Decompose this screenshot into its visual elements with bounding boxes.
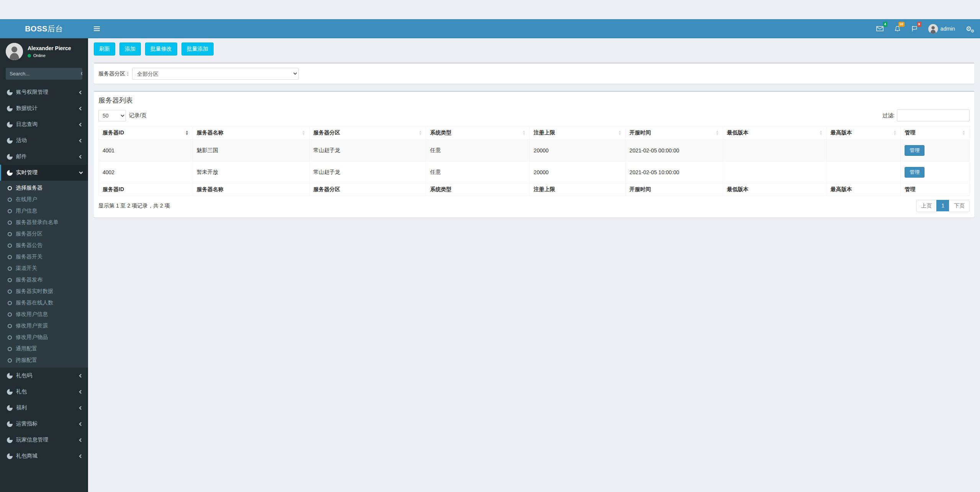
filter-input[interactable] bbox=[897, 110, 970, 121]
pie-chart-icon bbox=[7, 405, 13, 411]
sidebar-item-player-info-management: 玩家信息管理 bbox=[0, 432, 88, 448]
server-list-box-header: 服务器列表 bbox=[94, 92, 974, 106]
settings-menu[interactable]: ⚙⚙ bbox=[960, 19, 977, 38]
search-input[interactable] bbox=[6, 68, 81, 80]
submenu-link-server-realtime-data[interactable]: 服务器实时数据 bbox=[0, 286, 88, 297]
cell-register-limit: 20000 bbox=[530, 162, 626, 183]
logo[interactable]: BOSS后台 bbox=[0, 19, 88, 38]
submenu-link-server-switch[interactable]: 服务器开关 bbox=[0, 251, 88, 263]
messages-menu[interactable]: 4 bbox=[871, 19, 889, 38]
sort-down-glyph: ▼ bbox=[962, 133, 965, 136]
refresh-button[interactable]: 刷新 bbox=[94, 42, 115, 56]
submenu-link-general-config[interactable]: 通用配置 bbox=[0, 343, 88, 355]
sidebar-link-player-info-management[interactable]: 玩家信息管理 bbox=[0, 432, 88, 448]
notifications-menu[interactable]: 10 bbox=[889, 19, 906, 38]
sidebar-link-mail[interactable]: 邮件 bbox=[0, 149, 88, 165]
batch-edit-button[interactable]: 批量修改 bbox=[145, 42, 177, 56]
table-bottom: 显示第 1 至 2 项记录，共 2 项 上页 1 下页 bbox=[98, 200, 970, 212]
col-header-partition[interactable]: 服务器分区▲▼ bbox=[309, 126, 426, 140]
sidebar-link-gift[interactable]: 礼包 bbox=[0, 384, 88, 400]
search-icon bbox=[81, 71, 82, 77]
submenu-item-server-publish: 服务器发布 bbox=[0, 274, 88, 286]
pagination-prev-link[interactable]: 上页 bbox=[916, 200, 937, 212]
user-status-link[interactable]: Online bbox=[28, 53, 71, 58]
cell-max-version bbox=[826, 162, 900, 183]
batch-add-button[interactable]: 批量添加 bbox=[181, 42, 214, 56]
sidebar-item-activity: 活动 bbox=[0, 132, 88, 149]
submenu-link-modify-user-resource[interactable]: 修改用户资源 bbox=[0, 320, 88, 332]
sidebar-item-label: 活动 bbox=[16, 137, 27, 144]
submenu-link-server-partition[interactable]: 服务器分区 bbox=[0, 228, 88, 240]
pagination-next-link[interactable]: 下页 bbox=[949, 200, 970, 212]
manage-button[interactable]: 管理 bbox=[905, 145, 924, 156]
submenu-link-server-notice[interactable]: 服务器公告 bbox=[0, 240, 88, 251]
pie-chart-icon bbox=[7, 122, 13, 127]
col-label: 管理 bbox=[905, 129, 915, 136]
pie-chart-icon bbox=[7, 437, 13, 443]
page-length-select[interactable]: 50 bbox=[98, 110, 126, 121]
add-button[interactable]: 添加 bbox=[119, 42, 141, 56]
pie-chart-icon bbox=[7, 373, 13, 379]
content-wrapper: 服务器选择服务器 Home > server 刷新 添加 批量修改 批量添加 服… bbox=[88, 19, 980, 475]
submenu-link-select-server[interactable]: 选择服务器 bbox=[0, 182, 88, 194]
submenu-link-server-online-count[interactable]: 服务器在线人数 bbox=[0, 297, 88, 309]
chevron-left-icon bbox=[79, 155, 83, 159]
col-header-register-limit[interactable]: 注册上限▲▼ bbox=[530, 126, 626, 140]
sidebar-toggle-button[interactable] bbox=[88, 19, 106, 38]
sidebar-link-data-stats[interactable]: 数据统计 bbox=[0, 100, 88, 116]
submenu-link-modify-user-item[interactable]: 修改用户物品 bbox=[0, 332, 88, 343]
submenu-link-server-publish[interactable]: 服务器发布 bbox=[0, 274, 88, 286]
submenu-label: 修改用户资源 bbox=[16, 322, 48, 329]
sidebar-item-account-permission: 账号权限管理 bbox=[0, 84, 88, 100]
submenu-link-channel-switch[interactable]: 渠道开关 bbox=[0, 263, 88, 274]
submenu-item-server-login-whitelist: 服务器登录白名单 bbox=[0, 217, 88, 228]
circle-icon bbox=[8, 266, 12, 271]
sidebar-link-ops-metrics[interactable]: 运营指标 bbox=[0, 416, 88, 432]
user-menu[interactable]: admin bbox=[923, 19, 960, 38]
circle-icon bbox=[8, 278, 12, 282]
col-header-server-id[interactable]: 服务器ID▲▼ bbox=[99, 126, 193, 140]
col-header-open-time[interactable]: 开服时间▲▼ bbox=[626, 126, 723, 140]
submenu-link-cross-server-config[interactable]: 跨服配置 bbox=[0, 355, 88, 366]
sidebar-link-welfare[interactable]: 福利 bbox=[0, 400, 88, 416]
cell-min-version bbox=[723, 162, 827, 183]
pagination-page-1-link[interactable]: 1 bbox=[936, 200, 949, 211]
sidebar-menu: 账号权限管理 数据统计 日志查询 活动 邮件 实时管理 选择服务器 在线用户 用… bbox=[0, 84, 88, 464]
search-button[interactable] bbox=[81, 68, 82, 80]
circle-icon bbox=[8, 301, 12, 305]
col-header-system-type[interactable]: 系统类型▲▼ bbox=[426, 126, 530, 140]
submenu-link-modify-user-info[interactable]: 修改用户信息 bbox=[0, 309, 88, 320]
sidebar-link-gift-code[interactable]: 礼包码 bbox=[0, 368, 88, 384]
flag-icon bbox=[911, 26, 918, 32]
manage-button[interactable]: 管理 bbox=[905, 167, 924, 178]
submenu-item-server-realtime-data: 服务器实时数据 bbox=[0, 286, 88, 297]
col-header-max-version[interactable]: 最高版本▲▼ bbox=[826, 126, 900, 140]
sidebar-link-realtime-management[interactable]: 实时管理 bbox=[0, 165, 88, 181]
submenu-item-channel-switch: 渠道开关 bbox=[0, 263, 88, 274]
sort-icon: ▲▼ bbox=[418, 131, 422, 135]
sidebar-link-gift-mall[interactable]: 礼包商城 bbox=[0, 448, 88, 464]
flags-menu[interactable]: 9 bbox=[906, 19, 923, 38]
sort-icon: ▲▼ bbox=[522, 131, 526, 135]
sidebar-link-account-permission[interactable]: 账号权限管理 bbox=[0, 84, 88, 100]
sidebar-item-label: 福利 bbox=[16, 404, 27, 411]
sort-icon: ▲▼ bbox=[715, 131, 719, 135]
sidebar-link-log-query[interactable]: 日志查询 bbox=[0, 116, 88, 132]
submenu-link-server-login-whitelist[interactable]: 服务器登录白名单 bbox=[0, 217, 88, 228]
submenu-link-online-users[interactable]: 在线用户 bbox=[0, 194, 88, 205]
sort-icon: ▲▼ bbox=[962, 131, 965, 135]
footer-col-open-time: 开服时间 bbox=[626, 183, 723, 196]
sidebar-item-label: 日志查询 bbox=[16, 121, 38, 128]
partition-select[interactable]: 全部分区 bbox=[132, 68, 299, 80]
submenu-link-user-info[interactable]: 用户信息 bbox=[0, 205, 88, 217]
hamburger-icon bbox=[94, 30, 100, 31]
col-header-min-version[interactable]: 最低版本▲▼ bbox=[723, 126, 827, 140]
sidebar-item-gift-mall: 礼包商城 bbox=[0, 448, 88, 464]
cell-partition: 常山赵子龙 bbox=[309, 162, 426, 183]
navbar-body: 4 10 9 admin ⚙⚙ bbox=[88, 19, 980, 38]
pagination-prev: 上页 bbox=[916, 200, 937, 212]
col-header-manage[interactable]: 管理▲▼ bbox=[901, 126, 970, 140]
sidebar-link-activity[interactable]: 活动 bbox=[0, 132, 88, 149]
submenu-label: 服务器登录白名单 bbox=[16, 219, 59, 226]
col-header-server-name[interactable]: 服务器名称▲▼ bbox=[193, 126, 309, 140]
